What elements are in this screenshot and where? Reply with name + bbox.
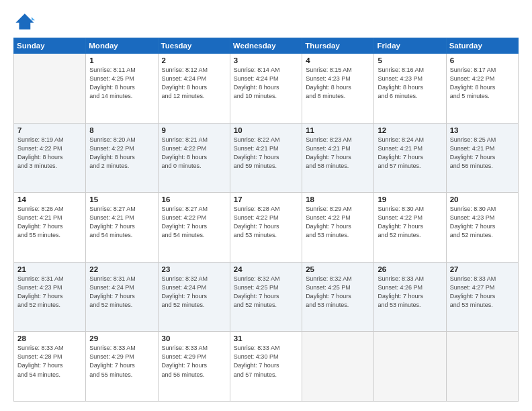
calendar-week-row: 7Sunrise: 8:19 AMSunset: 4:22 PMDaylight… bbox=[14, 123, 519, 193]
calendar-cell: 6Sunrise: 8:17 AMSunset: 4:22 PMDaylight… bbox=[446, 54, 518, 124]
day-info: Sunrise: 8:32 AMSunset: 4:25 PMDaylight:… bbox=[306, 275, 370, 310]
day-info: Sunrise: 8:30 AMSunset: 4:23 PMDaylight:… bbox=[450, 205, 515, 240]
weekday-header: Friday bbox=[374, 38, 446, 54]
day-number: 31 bbox=[234, 334, 298, 342]
calendar-cell bbox=[14, 54, 86, 124]
calendar-cell: 17Sunrise: 8:28 AMSunset: 4:22 PMDayligh… bbox=[230, 193, 302, 263]
calendar-cell: 4Sunrise: 8:15 AMSunset: 4:23 PMDaylight… bbox=[302, 54, 374, 124]
day-number: 19 bbox=[378, 195, 442, 203]
calendar-week-row: 14Sunrise: 8:26 AMSunset: 4:21 PMDayligh… bbox=[14, 193, 519, 263]
day-number: 4 bbox=[306, 56, 370, 64]
day-number: 17 bbox=[234, 195, 298, 203]
calendar-cell: 23Sunrise: 8:32 AMSunset: 4:24 PMDayligh… bbox=[158, 262, 230, 332]
day-number: 27 bbox=[450, 265, 515, 273]
day-info: Sunrise: 8:15 AMSunset: 4:23 PMDaylight:… bbox=[306, 66, 370, 101]
calendar-cell: 31Sunrise: 8:33 AMSunset: 4:30 PMDayligh… bbox=[230, 332, 302, 402]
calendar-week-row: 21Sunrise: 8:31 AMSunset: 4:23 PMDayligh… bbox=[14, 262, 519, 332]
day-number: 9 bbox=[162, 126, 226, 134]
calendar-cell: 25Sunrise: 8:32 AMSunset: 4:25 PMDayligh… bbox=[302, 262, 374, 332]
calendar-cell: 12Sunrise: 8:24 AMSunset: 4:21 PMDayligh… bbox=[374, 123, 446, 193]
day-number: 28 bbox=[17, 334, 82, 342]
day-info: Sunrise: 8:32 AMSunset: 4:25 PMDaylight:… bbox=[234, 275, 298, 310]
day-number: 1 bbox=[89, 56, 154, 64]
weekday-header: Tuesday bbox=[158, 38, 230, 54]
calendar-cell bbox=[374, 332, 446, 402]
calendar-cell: 3Sunrise: 8:14 AMSunset: 4:24 PMDaylight… bbox=[230, 54, 302, 124]
calendar-cell: 19Sunrise: 8:30 AMSunset: 4:22 PMDayligh… bbox=[374, 193, 446, 263]
day-info: Sunrise: 8:11 AMSunset: 4:25 PMDaylight:… bbox=[89, 66, 154, 101]
logo bbox=[13, 12, 38, 31]
calendar-cell: 15Sunrise: 8:27 AMSunset: 4:21 PMDayligh… bbox=[86, 193, 158, 263]
day-number: 7 bbox=[17, 126, 82, 134]
day-info: Sunrise: 8:21 AMSunset: 4:22 PMDaylight:… bbox=[162, 136, 226, 171]
calendar-header-row: SundayMondayTuesdayWednesdayThursdayFrid… bbox=[14, 38, 519, 54]
day-info: Sunrise: 8:33 AMSunset: 4:27 PMDaylight:… bbox=[450, 275, 515, 310]
day-info: Sunrise: 8:12 AMSunset: 4:24 PMDaylight:… bbox=[162, 66, 226, 101]
day-number: 18 bbox=[306, 195, 370, 203]
weekday-header: Saturday bbox=[446, 38, 518, 54]
day-number: 20 bbox=[450, 195, 515, 203]
weekday-header: Wednesday bbox=[230, 38, 302, 54]
day-number: 24 bbox=[234, 265, 298, 273]
calendar-cell: 9Sunrise: 8:21 AMSunset: 4:22 PMDaylight… bbox=[158, 123, 230, 193]
calendar-cell: 26Sunrise: 8:33 AMSunset: 4:26 PMDayligh… bbox=[374, 262, 446, 332]
calendar-cell: 1Sunrise: 8:11 AMSunset: 4:25 PMDaylight… bbox=[86, 54, 158, 124]
day-number: 14 bbox=[17, 195, 82, 203]
calendar-cell: 30Sunrise: 8:33 AMSunset: 4:29 PMDayligh… bbox=[158, 332, 230, 402]
day-info: Sunrise: 8:23 AMSunset: 4:21 PMDaylight:… bbox=[306, 136, 370, 171]
calendar-week-row: 28Sunrise: 8:33 AMSunset: 4:28 PMDayligh… bbox=[14, 332, 519, 402]
calendar-cell: 18Sunrise: 8:29 AMSunset: 4:22 PMDayligh… bbox=[302, 193, 374, 263]
day-info: Sunrise: 8:33 AMSunset: 4:28 PMDaylight:… bbox=[17, 344, 82, 379]
day-number: 6 bbox=[450, 56, 515, 64]
day-number: 2 bbox=[162, 56, 226, 64]
day-number: 29 bbox=[89, 334, 154, 342]
day-number: 16 bbox=[162, 195, 226, 203]
calendar-cell: 20Sunrise: 8:30 AMSunset: 4:23 PMDayligh… bbox=[446, 193, 518, 263]
day-number: 30 bbox=[162, 334, 226, 342]
calendar-cell: 2Sunrise: 8:12 AMSunset: 4:24 PMDaylight… bbox=[158, 54, 230, 124]
calendar-cell: 27Sunrise: 8:33 AMSunset: 4:27 PMDayligh… bbox=[446, 262, 518, 332]
day-info: Sunrise: 8:33 AMSunset: 4:29 PMDaylight:… bbox=[162, 344, 226, 379]
day-number: 3 bbox=[234, 56, 298, 64]
day-info: Sunrise: 8:31 AMSunset: 4:23 PMDaylight:… bbox=[17, 275, 82, 310]
day-number: 15 bbox=[89, 195, 154, 203]
day-number: 8 bbox=[89, 126, 154, 134]
calendar-cell: 14Sunrise: 8:26 AMSunset: 4:21 PMDayligh… bbox=[14, 193, 86, 263]
weekday-header: Sunday bbox=[14, 38, 86, 54]
calendar-cell: 10Sunrise: 8:22 AMSunset: 4:21 PMDayligh… bbox=[230, 123, 302, 193]
day-info: Sunrise: 8:33 AMSunset: 4:30 PMDaylight:… bbox=[234, 344, 298, 379]
day-info: Sunrise: 8:28 AMSunset: 4:22 PMDaylight:… bbox=[234, 205, 298, 240]
day-number: 13 bbox=[450, 126, 515, 134]
calendar-cell: 16Sunrise: 8:27 AMSunset: 4:22 PMDayligh… bbox=[158, 193, 230, 263]
day-number: 22 bbox=[89, 265, 154, 273]
weekday-header: Thursday bbox=[302, 38, 374, 54]
day-info: Sunrise: 8:26 AMSunset: 4:21 PMDaylight:… bbox=[17, 205, 82, 240]
calendar-cell bbox=[446, 332, 518, 402]
calendar-cell: 5Sunrise: 8:16 AMSunset: 4:23 PMDaylight… bbox=[374, 54, 446, 124]
calendar-cell: 21Sunrise: 8:31 AMSunset: 4:23 PMDayligh… bbox=[14, 262, 86, 332]
day-info: Sunrise: 8:24 AMSunset: 4:21 PMDaylight:… bbox=[378, 136, 442, 171]
day-info: Sunrise: 8:33 AMSunset: 4:29 PMDaylight:… bbox=[89, 344, 154, 379]
calendar-cell: 7Sunrise: 8:19 AMSunset: 4:22 PMDaylight… bbox=[14, 123, 86, 193]
calendar-cell: 8Sunrise: 8:20 AMSunset: 4:22 PMDaylight… bbox=[86, 123, 158, 193]
calendar-cell: 29Sunrise: 8:33 AMSunset: 4:29 PMDayligh… bbox=[86, 332, 158, 402]
day-info: Sunrise: 8:14 AMSunset: 4:24 PMDaylight:… bbox=[234, 66, 298, 101]
day-number: 23 bbox=[162, 265, 226, 273]
day-info: Sunrise: 8:30 AMSunset: 4:22 PMDaylight:… bbox=[378, 205, 442, 240]
header bbox=[13, 12, 519, 31]
day-info: Sunrise: 8:27 AMSunset: 4:21 PMDaylight:… bbox=[89, 205, 154, 240]
day-number: 10 bbox=[234, 126, 298, 134]
svg-marker-0 bbox=[15, 13, 34, 30]
day-info: Sunrise: 8:22 AMSunset: 4:21 PMDaylight:… bbox=[234, 136, 298, 171]
day-info: Sunrise: 8:27 AMSunset: 4:22 PMDaylight:… bbox=[162, 205, 226, 240]
calendar-cell: 28Sunrise: 8:33 AMSunset: 4:28 PMDayligh… bbox=[14, 332, 86, 402]
calendar-week-row: 1Sunrise: 8:11 AMSunset: 4:25 PMDaylight… bbox=[14, 54, 519, 124]
calendar-table: SundayMondayTuesdayWednesdayThursdayFrid… bbox=[13, 38, 519, 402]
day-number: 25 bbox=[306, 265, 370, 273]
day-number: 21 bbox=[17, 265, 82, 273]
day-number: 12 bbox=[378, 126, 442, 134]
day-info: Sunrise: 8:20 AMSunset: 4:22 PMDaylight:… bbox=[89, 136, 154, 171]
day-number: 26 bbox=[378, 265, 442, 273]
day-info: Sunrise: 8:16 AMSunset: 4:23 PMDaylight:… bbox=[378, 66, 442, 101]
day-info: Sunrise: 8:33 AMSunset: 4:26 PMDaylight:… bbox=[378, 275, 442, 310]
